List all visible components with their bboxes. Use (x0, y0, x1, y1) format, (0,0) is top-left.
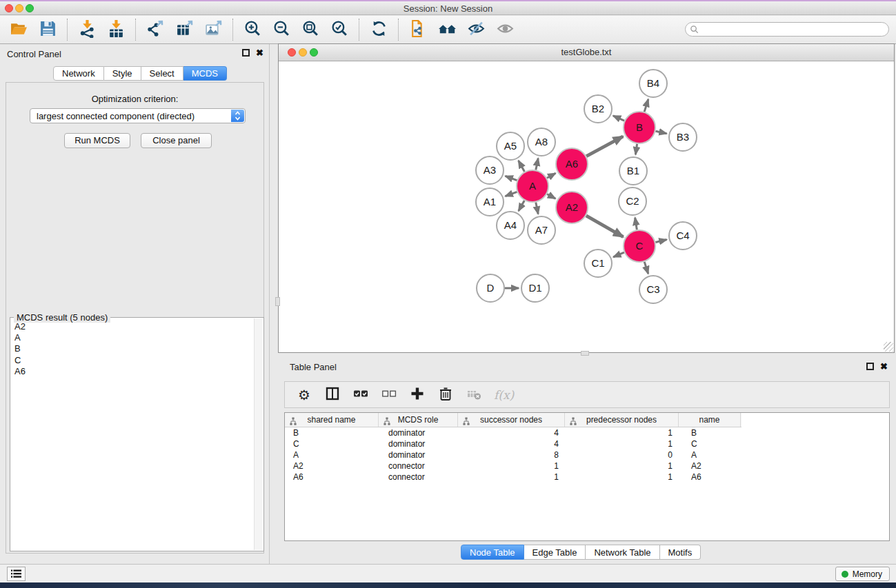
column-header-name[interactable]: name (679, 413, 741, 427)
table-float-panel-icon[interactable] (866, 363, 874, 370)
table-row[interactable]: Adominator80A (285, 449, 889, 460)
graph-edge-A-A4[interactable] (519, 201, 525, 211)
graph-node-C2[interactable]: C2 (619, 187, 646, 215)
graph-edge-A-A7[interactable] (536, 203, 538, 214)
result-item[interactable]: A6 (14, 366, 252, 377)
column-header-successor-nodes[interactable]: successor nodes (458, 413, 565, 427)
table-tool-settings[interactable]: ⚙ (296, 386, 312, 404)
table-close-panel-icon[interactable]: ✖ (880, 363, 888, 370)
result-scrollbar[interactable] (254, 318, 263, 550)
graph-node-C3[interactable]: C3 (639, 276, 667, 303)
graph-edge-A-A1[interactable] (506, 192, 517, 196)
tab-node-table[interactable]: Node Table (461, 545, 524, 560)
table-row[interactable]: Bdominator41B (285, 427, 889, 438)
toolbar-button-refresh[interactable] (364, 18, 393, 41)
graph-node-B4[interactable]: B4 (639, 70, 667, 97)
task-history-button[interactable] (7, 567, 26, 581)
graph-edge-A-A6[interactable] (547, 173, 556, 178)
tab-edge-table[interactable]: Edge Table (524, 545, 586, 560)
toolbar-button-export-network[interactable] (141, 18, 170, 41)
graph-node-C4[interactable]: C4 (669, 222, 697, 250)
tab-motifs[interactable]: Motifs (660, 545, 701, 560)
toolbar-button-save-session[interactable] (33, 18, 62, 41)
table-tool-select-all[interactable] (352, 386, 369, 404)
graph-node-C1[interactable]: C1 (584, 250, 612, 277)
graph-node-A1[interactable]: A1 (476, 188, 504, 216)
toolbar-button-export-image[interactable] (199, 18, 228, 41)
graph-edge-A-A8[interactable] (536, 159, 538, 170)
result-item[interactable]: A (14, 332, 252, 343)
graph-node-B3[interactable]: B3 (669, 123, 697, 151)
table-row[interactable]: A6connector11A6 (285, 472, 889, 483)
table-tool-deselect-all[interactable] (381, 386, 397, 404)
network-close-button[interactable] (288, 48, 296, 57)
memory-button[interactable]: Memory (835, 567, 890, 581)
float-panel-icon[interactable] (242, 49, 250, 57)
toolbar-button-import-network[interactable] (72, 18, 101, 41)
table-tool-delete-columns[interactable] (437, 386, 454, 404)
column-header-predecessor-nodes[interactable]: predecessor nodes (565, 413, 679, 427)
column-header-MCDS-role[interactable]: MCDS role (379, 413, 458, 427)
search-input[interactable] (699, 23, 888, 35)
graph-node-D1[interactable]: D1 (521, 274, 549, 302)
search-field[interactable] (685, 22, 889, 37)
tab-network[interactable]: Network (53, 66, 104, 81)
graph-edge-A2-C[interactable] (586, 216, 624, 237)
table-row[interactable]: A2connector11A2 (285, 460, 889, 472)
toolbar-button-zoom-out[interactable] (267, 18, 296, 41)
graph-node-A6[interactable]: A6 (556, 148, 588, 180)
graph-node-A3[interactable]: A3 (476, 156, 504, 184)
network-canvas[interactable]: B4B2BB3A8A5A6A3B1AC2A1A2A4A7C4CC1DD1C3 (279, 62, 894, 352)
graph-edge-C-C4[interactable] (655, 240, 666, 243)
toolbar-button-zoom-fit[interactable] (296, 18, 325, 41)
toolbar-button-zoom-selected[interactable] (325, 18, 354, 41)
close-panel-icon[interactable]: ✖ (256, 49, 263, 57)
graph-node-A7[interactable]: A7 (528, 216, 555, 244)
tab-select[interactable]: Select (141, 66, 183, 81)
toolbar-button-hide-selected[interactable] (461, 18, 490, 41)
tab-mcds[interactable]: MCDS (183, 66, 227, 81)
graph-node-A[interactable]: A (517, 170, 548, 202)
table-tool-create-column[interactable] (409, 386, 426, 404)
tab-style[interactable]: Style (104, 66, 141, 81)
close-panel-button[interactable]: Close panel (141, 133, 212, 148)
toolbar-button-import-table[interactable] (101, 18, 130, 41)
splitter-handle-left[interactable] (275, 297, 280, 306)
table-row[interactable]: Cdominator41C (285, 438, 889, 449)
graph-node-B[interactable]: B (624, 112, 655, 143)
graph-node-D[interactable]: D (477, 274, 504, 302)
graph-node-B1[interactable]: B1 (619, 157, 647, 185)
toolbar-button-show-all[interactable] (490, 18, 519, 41)
toolbar-button-first-neighbors[interactable] (432, 18, 461, 41)
graph-edge-A-A3[interactable] (506, 176, 517, 180)
graph-edge-A6-B[interactable] (586, 136, 623, 156)
result-item[interactable]: C (14, 355, 252, 366)
graph-node-C[interactable]: C (624, 230, 655, 262)
graph-node-A4[interactable]: A4 (497, 212, 524, 239)
resize-grip[interactable] (884, 342, 893, 352)
result-item[interactable]: A2 (14, 321, 252, 332)
toolbar-button-new-network-from-selection[interactable] (404, 18, 432, 41)
result-item[interactable]: B (14, 343, 252, 354)
graph-node-A5[interactable]: A5 (497, 132, 524, 160)
tab-network-table[interactable]: Network Table (586, 545, 659, 560)
network-minimize-button[interactable] (299, 48, 307, 57)
run-mcds-button[interactable]: Run MCDS (64, 133, 130, 148)
toolbar-button-zoom-in[interactable] (238, 18, 267, 41)
splitter-handle-bottom[interactable] (581, 351, 589, 356)
toolbar-button-export-table[interactable] (170, 18, 199, 41)
graph-edge-A-A5[interactable] (519, 161, 525, 172)
toolbar-button-open-session[interactable] (4, 18, 33, 41)
column-header-shared-name[interactable]: shared name (285, 413, 379, 427)
table-tool-show-columns[interactable] (324, 386, 341, 404)
network-zoom-button[interactable] (310, 48, 318, 57)
graph-edge-B-B1[interactable] (635, 144, 637, 154)
graph-node-A8[interactable]: A8 (528, 128, 555, 156)
criterion-select[interactable]: largest connected component (directed) (30, 108, 246, 123)
graph-edge-B-B4[interactable] (644, 99, 648, 112)
graph-edge-A-A2[interactable] (547, 194, 555, 199)
graph-edge-C-C2[interactable] (635, 218, 637, 230)
graph-edge-C-C1[interactable] (613, 252, 624, 257)
graph-edge-B-B2[interactable] (613, 116, 624, 121)
graph-node-B2[interactable]: B2 (584, 95, 612, 123)
